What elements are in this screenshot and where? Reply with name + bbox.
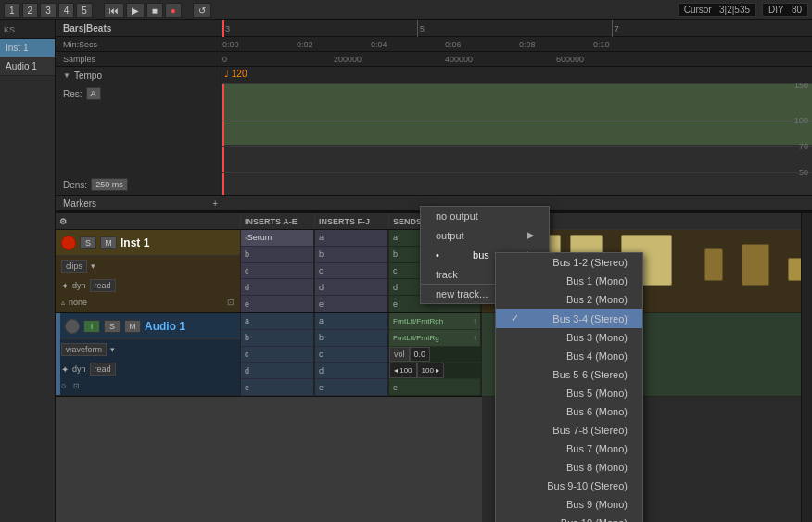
audio1-send-b[interactable]: FrntLft/FrntRg ↑ xyxy=(389,330,481,347)
inst1-insert-a[interactable]: Serum xyxy=(241,230,314,247)
audio1-send-a[interactable]: FrntLft/FrntRgh ↑ xyxy=(389,313,481,330)
inst1-serum-label: Serum xyxy=(247,233,273,242)
bus-submenu: Bus 1-2 (Stereo)Bus 1 (Mono)Bus 2 (Mono)… xyxy=(495,252,643,522)
minsecs-2-label: 0:02 xyxy=(297,40,313,49)
inst1-m-btn[interactable]: M xyxy=(100,236,117,249)
audio1-read-btn[interactable]: read xyxy=(90,363,116,376)
audio1-small-icon: ⊡ xyxy=(73,382,80,390)
audio1-insert-c[interactable]: c xyxy=(241,347,314,363)
pan-right[interactable]: 100 ▸ xyxy=(417,363,445,378)
audio1-insert-d[interactable]: d xyxy=(241,363,314,379)
inst1-clip-4[interactable] xyxy=(704,248,723,281)
inst1-track-row: S M Inst 1 clips ▾ ✦ dyn read xyxy=(56,230,482,313)
stop-btn[interactable]: ■ xyxy=(146,3,163,18)
inst1-insert-b[interactable]: b xyxy=(241,247,314,263)
inst1-insert-fa[interactable]: a xyxy=(315,230,388,247)
audio1-insert-e[interactable]: e xyxy=(241,379,314,396)
bus-submenu-item[interactable]: Bus 7 (Mono) xyxy=(496,439,642,458)
tempo-timeline[interactable]: ♩ 120 xyxy=(222,67,812,83)
tempo-graph-labels: Res: A Dens: 250 ms xyxy=(56,83,222,195)
inst1-rec-btn[interactable] xyxy=(61,236,76,250)
inserts-fj-label: INSERTS F-J xyxy=(319,217,370,226)
minsecs-8-label: 0:08 xyxy=(519,40,536,49)
bus-submenu-item[interactable]: Bus 4 (Mono) xyxy=(496,347,642,365)
rewind-btn[interactable]: ⏮ xyxy=(104,3,124,18)
inst1-clips-btn[interactable]: clips xyxy=(61,260,87,273)
play-btn[interactable]: ▶ xyxy=(126,3,145,18)
bus-submenu-item[interactable]: Bus 6 (Mono) xyxy=(496,402,642,421)
track-list-item-audio1[interactable]: Audio 1 xyxy=(0,57,55,76)
pan-left[interactable]: ◂ 100 xyxy=(389,363,417,378)
audio1-i-btn[interactable]: I xyxy=(83,320,100,333)
inst1-s-btn[interactable]: S xyxy=(80,236,96,249)
tempo-collapse-icon[interactable]: ▼ xyxy=(63,71,70,80)
inst1-insert-fe[interactable]: e xyxy=(315,296,388,312)
inst1-insert-fb[interactable]: b xyxy=(315,247,388,263)
audio1-insert-fc[interactable]: c xyxy=(315,347,388,363)
track-list-item-inst1[interactable]: Inst 1 xyxy=(0,39,55,57)
tab-5-btn[interactable]: 5 xyxy=(76,3,93,18)
bus-submenu-item[interactable]: Bus 9-10 (Stereo) xyxy=(496,477,642,495)
tempo-line-50 xyxy=(222,172,812,173)
bus-submenu-item[interactable]: Bus 3 (Mono) xyxy=(496,328,642,347)
bus-item-label: Bus 9 (Mono) xyxy=(566,499,628,510)
dens-button[interactable]: 250 ms xyxy=(91,178,128,191)
tab-2-btn[interactable]: 2 xyxy=(22,3,39,18)
audio1-insert-fe[interactable]: e xyxy=(315,379,388,396)
audio1-track-bottom: ✦ dyn read ○ ⊡ xyxy=(56,360,240,395)
bus-submenu-item[interactable]: Bus 1-2 (Stereo) xyxy=(496,253,642,272)
tempo-graph: Res: A Dens: 250 ms xyxy=(56,83,812,195)
audio1-track-middle: waveform ▾ xyxy=(56,339,240,360)
inst1-insert-fc[interactable]: c xyxy=(315,263,388,280)
audio1-inserts-ae: a b c d e xyxy=(241,313,315,396)
bus-item-label: Bus 6 (Mono) xyxy=(566,406,628,417)
bus-submenu-item[interactable]: Bus 8 (Mono) xyxy=(496,458,642,477)
inst1-clip-6[interactable] xyxy=(788,258,801,281)
audio1-waveform-btn[interactable]: waveform xyxy=(61,343,107,356)
audio1-send-e[interactable]: e xyxy=(389,379,481,396)
audio1-rec-btn[interactable] xyxy=(65,319,80,334)
no-output-item[interactable]: no output xyxy=(421,207,549,225)
inst1-clips-arrow: ▾ xyxy=(91,261,95,271)
audio1-insert-fa[interactable]: a xyxy=(315,313,388,330)
audio1-insert-fd[interactable]: d xyxy=(315,363,388,379)
record-btn[interactable]: ● xyxy=(165,3,182,18)
audio1-insert-b[interactable]: b xyxy=(241,330,314,347)
samples-row: Samples 0 200000 400000 600000 xyxy=(56,52,812,67)
bars-beats-ticks[interactable]: 3 5 7 xyxy=(222,20,812,37)
tempo-graph-area[interactable]: 150 100 70 50 xyxy=(222,83,812,195)
vertical-scrollbar[interactable] xyxy=(801,213,812,522)
inst1-insert-e[interactable]: e xyxy=(241,296,314,312)
bus-submenu-item[interactable]: Bus 5 (Mono) xyxy=(496,384,642,402)
bus-submenu-item[interactable]: ✓Bus 3-4 (Stereo) xyxy=(496,309,642,328)
markers-add-btn[interactable]: + xyxy=(212,198,218,209)
bus-submenu-item[interactable]: Bus 2 (Mono) xyxy=(496,290,642,309)
loop-btn[interactable]: ↺ xyxy=(193,3,211,18)
bus-submenu-item[interactable]: Bus 1 (Mono) xyxy=(496,272,642,290)
tracks-columns-panel: ⚙ INSERTS A-E INSERTS F-J SENDS A-E xyxy=(56,213,482,522)
output-item[interactable]: output ▶ xyxy=(421,225,549,245)
dens-row: Dens: 250 ms xyxy=(63,178,214,191)
inst1-insert-d[interactable]: d xyxy=(241,279,314,296)
audio1-m-btn[interactable]: M xyxy=(124,320,141,333)
bus-submenu-item[interactable]: Bus 7-8 (Stereo) xyxy=(496,421,642,439)
tab-3-btn[interactable]: 3 xyxy=(40,3,57,18)
tab-4-btn[interactable]: 4 xyxy=(58,3,75,18)
res-button[interactable]: A xyxy=(86,87,101,100)
minsecs-4-label: 0:04 xyxy=(371,40,387,49)
audio1-insert-fb[interactable]: b xyxy=(315,330,388,347)
bus-submenu-item[interactable]: Bus 10 (Mono) xyxy=(496,514,642,522)
inserts-ae-header: INSERTS A-E xyxy=(241,213,315,229)
inst1-insert-fd[interactable]: d xyxy=(315,279,388,296)
samples-400k-label: 400000 xyxy=(445,55,473,64)
bus-submenu-item[interactable]: Bus 5-6 (Stereo) xyxy=(496,365,642,384)
inst1-name: Inst 1 xyxy=(121,236,235,249)
inst1-insert-c[interactable]: c xyxy=(241,263,314,280)
inst1-clip-5[interactable] xyxy=(742,244,769,286)
audio1-sends-ae: FrntLft/FrntRgh ↑ FrntLft/FrntRg ↑ vol 0… xyxy=(389,313,482,396)
tab-1-btn[interactable]: 1 xyxy=(4,3,20,18)
audio1-insert-a[interactable]: a xyxy=(241,313,314,330)
audio1-s-btn[interactable]: S xyxy=(104,320,121,333)
bus-submenu-item[interactable]: Bus 9 (Mono) xyxy=(496,495,642,514)
inst1-read-btn[interactable]: read xyxy=(90,279,116,292)
